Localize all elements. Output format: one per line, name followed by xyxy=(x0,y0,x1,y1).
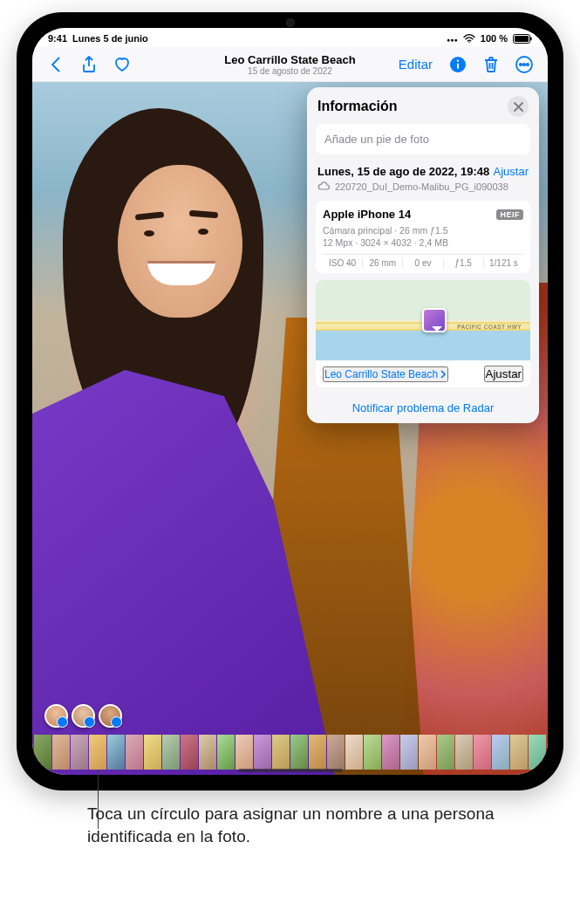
thumbnail[interactable] xyxy=(162,735,180,770)
thumbnail[interactable] xyxy=(419,735,436,770)
thumbnail[interactable] xyxy=(34,735,51,770)
svg-point-5 xyxy=(457,59,459,61)
photo-viewer[interactable]: Información Añade un pie de foto Lunes, … xyxy=(32,82,548,775)
camera-lens-line: Cámara principal · 26 mm ƒ1.5 xyxy=(323,224,523,236)
battery-icon xyxy=(513,34,532,44)
location-name: Leo Carrillo State Beach xyxy=(324,368,438,380)
svg-point-7 xyxy=(520,63,522,65)
delete-button[interactable] xyxy=(478,51,504,78)
svg-point-9 xyxy=(527,63,529,65)
favorite-button[interactable] xyxy=(109,51,135,78)
exif-ev: 0 ev xyxy=(403,258,443,268)
exif-shutter: 1/121 s xyxy=(484,258,523,268)
thumbnail[interactable] xyxy=(126,735,143,770)
thumbnail[interactable] xyxy=(455,735,473,770)
thumbnail[interactable] xyxy=(309,735,326,770)
report-radar-button[interactable]: Notificar problema de Radar xyxy=(307,393,539,423)
thumbnail[interactable] xyxy=(400,735,418,770)
home-indicator[interactable] xyxy=(238,769,343,772)
device-camera xyxy=(286,18,295,27)
thumbnail[interactable] xyxy=(492,735,509,770)
location-link[interactable]: Leo Carrillo State Beach xyxy=(323,366,448,382)
map-pin xyxy=(422,308,447,332)
multitask-icon xyxy=(447,33,458,44)
person-chip-1[interactable] xyxy=(44,704,68,728)
status-time: 9:41 xyxy=(48,33,67,44)
photo-filename: 220720_DuI_Demo-Malibu_PG_i090038 xyxy=(335,181,508,192)
back-button[interactable] xyxy=(43,51,69,78)
wifi-icon xyxy=(463,34,475,43)
thumbnail[interactable] xyxy=(144,735,161,770)
ipad-frame: 9:41 Lunes 5 de junio 100 % xyxy=(17,12,563,791)
thumbnail[interactable] xyxy=(181,735,198,770)
camera-card: Apple iPhone 14 HEIF Cámara principal · … xyxy=(316,201,530,273)
close-icon xyxy=(514,102,523,112)
status-bar: 9:41 Lunes 5 de junio 100 % xyxy=(32,28,548,47)
svg-point-8 xyxy=(523,63,525,65)
screen: 9:41 Lunes 5 de junio 100 % xyxy=(32,28,548,775)
edit-button[interactable]: Editar xyxy=(393,57,438,72)
svg-rect-1 xyxy=(515,36,529,42)
thumbnail[interactable] xyxy=(327,735,345,770)
callout-text: Toca un círculo para asignar un nombre a… xyxy=(87,803,576,847)
people-chips xyxy=(44,704,122,728)
thumbnail[interactable] xyxy=(474,735,491,770)
chevron-right-icon xyxy=(440,370,447,379)
battery-percent: 100 % xyxy=(481,33,508,44)
thumbnail[interactable] xyxy=(364,735,381,770)
camera-meta-line: 12 Mpx · 3024 × 4032 · 2,4 MB xyxy=(323,236,523,249)
map-road-label: PACIFIC COAST HWY xyxy=(457,324,522,330)
thumbnail[interactable] xyxy=(235,735,253,770)
svg-rect-2 xyxy=(530,37,532,40)
thumbnail[interactable] xyxy=(71,735,88,770)
close-button[interactable] xyxy=(508,96,529,117)
adjust-datetime-button[interactable]: Ajustar xyxy=(494,165,529,178)
thumbnail[interactable] xyxy=(529,735,546,770)
person-chip-2[interactable] xyxy=(72,704,95,728)
cloud-icon xyxy=(317,181,330,192)
thumbnail[interactable] xyxy=(254,735,271,770)
location-card: PACIFIC COAST HWY Leo Carrillo State Bea… xyxy=(316,280,530,387)
thumbnail[interactable] xyxy=(272,735,290,770)
thumbnail[interactable] xyxy=(510,735,528,770)
photo-datetime: Lunes, 15 de ago de 2022, 19:48 xyxy=(317,165,489,178)
thumbnail[interactable] xyxy=(52,735,70,770)
person-chip-3[interactable] xyxy=(99,704,122,728)
status-date: Lunes 5 de junio xyxy=(72,33,148,44)
format-badge: HEIF xyxy=(496,209,523,220)
caption-field[interactable]: Añade un pie de foto xyxy=(316,124,530,154)
thumbnail[interactable] xyxy=(107,735,125,770)
exif-focal: 26 mm xyxy=(363,258,403,268)
photo-toolbar: Leo Carrillo State Beach 15 de agosto de… xyxy=(32,47,548,82)
thumbnail[interactable] xyxy=(345,735,363,770)
thumbnail[interactable] xyxy=(382,735,399,770)
info-title: Información xyxy=(317,99,398,114)
thumbnail[interactable] xyxy=(437,735,454,770)
thumbnail[interactable] xyxy=(89,735,106,770)
share-button[interactable] xyxy=(76,51,102,78)
camera-device: Apple iPhone 14 xyxy=(323,208,411,221)
thumbnail-strip[interactable] xyxy=(32,735,548,770)
more-button[interactable] xyxy=(511,51,537,78)
svg-rect-4 xyxy=(457,63,459,68)
exif-iso: ISO 40 xyxy=(323,258,363,268)
thumbnail[interactable] xyxy=(199,735,216,770)
thumbnail[interactable] xyxy=(217,735,235,770)
thumbnail[interactable] xyxy=(290,735,308,770)
info-panel: Información Añade un pie de foto Lunes, … xyxy=(307,87,539,423)
exif-aperture: ƒ1.5 xyxy=(444,258,484,268)
map-preview[interactable]: PACIFIC COAST HWY xyxy=(316,280,530,360)
adjust-location-button[interactable]: Ajustar xyxy=(484,366,523,382)
info-button[interactable] xyxy=(445,51,471,78)
